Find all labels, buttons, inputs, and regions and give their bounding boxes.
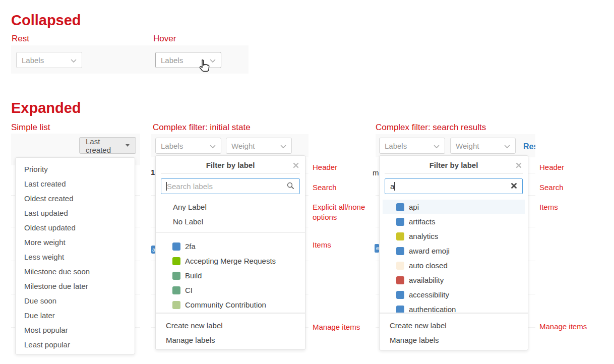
labels-dropdown-initial[interactable]: Labels [155, 138, 221, 154]
label-color-swatch [396, 291, 404, 299]
label-name: 2fa [185, 242, 196, 251]
label-row[interactable]: artifacts [380, 214, 528, 229]
panel-footer: Create new label Manage labels [156, 313, 305, 349]
menu-item[interactable]: Oldest created [16, 191, 135, 206]
menu-item[interactable]: Oldest updated [16, 220, 135, 235]
label-name: Accepting Merge Requests [185, 257, 276, 265]
label-row[interactable]: 2fa [156, 239, 305, 254]
search-value: a [390, 182, 394, 191]
list-divider [156, 232, 305, 233]
search-labels-input[interactable]: Search labels [161, 178, 300, 194]
caret-down-icon [126, 144, 130, 147]
simple-list-dropdown-panel: Priority Last created Oldest created Las… [15, 157, 135, 354]
label-color-swatch [396, 203, 404, 211]
search-icon [287, 182, 294, 191]
background-text-fragment: 1 [151, 168, 155, 176]
annotation-manage-items: Manage items [539, 322, 587, 332]
menu-item[interactable]: Least popular [16, 337, 135, 352]
annotation-header: Header [539, 162, 564, 172]
menu-item[interactable]: Due later [16, 308, 135, 323]
label-row[interactable]: Community Contribution [156, 297, 305, 312]
label-row[interactable]: auto closed [380, 258, 528, 273]
chevron-down-icon [210, 56, 216, 65]
label-color-swatch [396, 247, 404, 255]
label-row[interactable]: CI [156, 283, 305, 297]
manage-labels-link[interactable]: Manage labels [380, 333, 528, 347]
label-color-swatch [172, 286, 180, 294]
label-row[interactable]: award emoji [380, 244, 528, 258]
label-color-swatch [396, 262, 404, 270]
annotation-header: Header [313, 162, 337, 172]
menu-item[interactable]: Most popular [16, 323, 135, 337]
create-new-label-link[interactable]: Create new label [380, 318, 528, 333]
chevron-down-icon [71, 56, 77, 65]
weight-dropdown-initial-text: Weight [231, 142, 255, 150]
menu-item[interactable]: Last created [16, 176, 135, 191]
background-label-fragment: e [375, 244, 379, 253]
panel-title: Filter by label [156, 161, 305, 169]
label-row[interactable]: accessibility [380, 287, 528, 302]
weight-dropdown-initial[interactable]: Weight [226, 138, 292, 154]
panel-footer: Create new label Manage labels [380, 313, 528, 350]
label-name: award emoji [409, 247, 450, 255]
panel-title: Filter by label [380, 161, 528, 169]
background-label-fragment: a [151, 246, 155, 254]
label-name: Community Contribution [185, 300, 266, 309]
option-any-label[interactable]: Any Label [156, 200, 305, 214]
header-divider [161, 173, 300, 174]
column-label-initial-state: Complex filter: initial state [153, 123, 251, 133]
chevron-down-icon [434, 142, 440, 150]
labels-dropdown-initial-text: Labels [161, 142, 183, 150]
annotation-items: Items [313, 240, 331, 250]
labels-dropdown-rest[interactable]: Labels [16, 52, 82, 68]
label-row[interactable]: availability [380, 273, 528, 287]
close-icon[interactable] [516, 161, 522, 167]
chevron-down-icon [280, 142, 286, 150]
filter-by-label-panel-search: Filter by label a api artifacts [379, 155, 528, 350]
option-no-label[interactable]: No Label [156, 214, 305, 229]
label-name: auto closed [409, 261, 448, 270]
variant-label-hover: Hover [153, 34, 176, 44]
reset-link[interactable]: Res [523, 142, 535, 151]
search-labels-input[interactable]: a [385, 178, 523, 194]
label-color-swatch [396, 276, 404, 284]
label-color-swatch [396, 306, 404, 314]
label-color-swatch [396, 232, 404, 240]
label-row[interactable]: Build [156, 268, 305, 283]
annotation-search: Search [539, 183, 564, 193]
weight-dropdown-search[interactable]: Weight [450, 138, 516, 154]
label-color-swatch [172, 257, 180, 265]
section-title-collapsed: Collapsed [11, 12, 81, 29]
menu-item[interactable]: Last updated [16, 206, 135, 220]
menu-item[interactable]: Priority [16, 162, 135, 176]
column-label-simple-list: Simple list [11, 123, 50, 133]
variant-label-rest: Rest [12, 34, 29, 44]
label-row[interactable]: analytics [380, 229, 528, 244]
label-row[interactable]: Accepting Merge Requests [156, 254, 305, 268]
section-title-expanded: Expanded [11, 100, 81, 116]
menu-item[interactable]: Less weight [16, 250, 135, 264]
labels-dropdown-hover[interactable]: Labels [155, 52, 221, 68]
annotation-items: Items [539, 202, 558, 212]
create-new-label-link[interactable]: Create new label [156, 318, 305, 333]
manage-labels-link[interactable]: Manage labels [156, 333, 305, 347]
labels-dropdown-search[interactable]: Labels [379, 138, 445, 154]
label-name: Build [185, 271, 202, 280]
menu-item[interactable]: More weight [16, 235, 135, 250]
label-name: accessibility [409, 290, 449, 299]
annotation-search: Search [313, 183, 337, 193]
close-icon[interactable] [293, 161, 299, 167]
label-name: CI [185, 286, 193, 294]
label-name: artifacts [409, 217, 436, 226]
label-row-highlighted[interactable]: api [383, 200, 525, 214]
menu-item[interactable]: Due soon [16, 293, 135, 308]
menu-item[interactable]: Milestone due soon [16, 264, 135, 279]
clear-search-icon[interactable] [511, 182, 517, 191]
sort-dropdown-button[interactable]: Last created [79, 137, 136, 154]
label-name: availability [409, 276, 444, 284]
label-color-swatch [396, 218, 404, 226]
sort-dropdown-button-text: Last created [86, 137, 122, 154]
label-row-clipped[interactable]: authentication [380, 302, 528, 313]
menu-item[interactable]: Milestone due later [16, 279, 135, 293]
labels-dropdown-hover-text: Labels [161, 56, 183, 65]
